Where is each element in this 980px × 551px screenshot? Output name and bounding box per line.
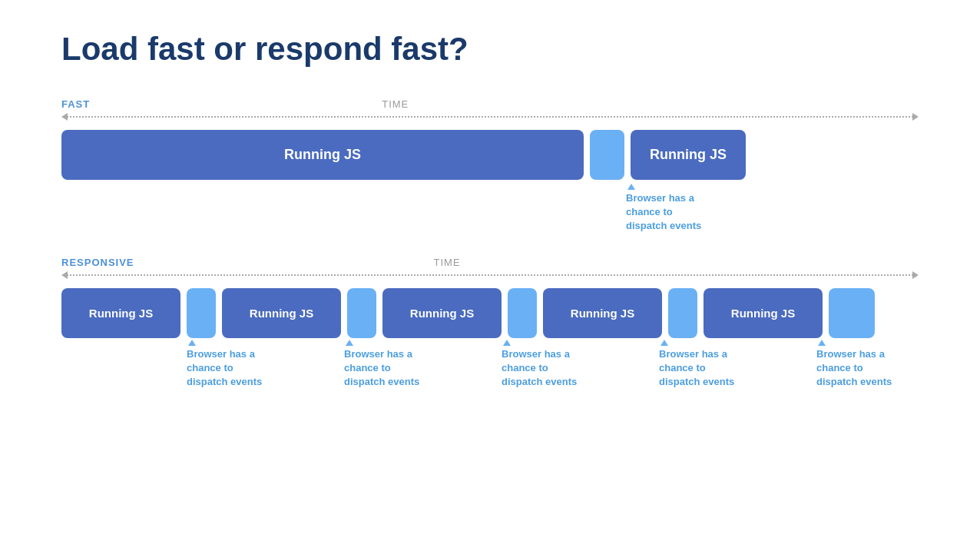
resp-arrow-up-1 (188, 340, 196, 346)
fast-running-js-medium: Running JS (631, 130, 746, 180)
fast-blocks-row: Running JS Running JS (61, 130, 919, 180)
resp-annotation-text-3: Browser has achance todispatch events (502, 347, 577, 390)
fast-running-js-large: Running JS (61, 130, 584, 180)
resp-arrow-up-4 (661, 340, 668, 346)
resp-running-js-4: Running JS (543, 288, 662, 338)
responsive-time-label: TIME (434, 257, 461, 268)
fast-time-label: TIME (382, 98, 409, 110)
resp-arrow-up-3 (503, 340, 511, 346)
responsive-arrow-head (912, 271, 919, 279)
responsive-section: RESPONSIVE TIME Running JS Running JS Ru… (61, 257, 919, 409)
responsive-blocks-row: Running JS Running JS Running JS Running… (61, 288, 919, 338)
resp-annotation-3: Browser has achance todispatch events (502, 340, 577, 390)
page-title: Load fast or respond fast? (61, 31, 919, 68)
resp-annotation-text-2: Browser has achance todispatch events (344, 347, 419, 390)
fast-label-row: FAST TIME (61, 98, 919, 110)
resp-annotation-text-4: Browser has achance todispatch events (659, 347, 734, 390)
fast-arrow-up (627, 184, 635, 190)
fast-label: FAST (61, 98, 90, 110)
fast-annotation-text: Browser has achance todispatch events (626, 191, 701, 234)
resp-annotation-text-5: Browser has achance todispatch events (816, 347, 892, 390)
resp-annotation-5: Browser has achance todispatch events (816, 340, 892, 390)
resp-arrow-up-5 (818, 340, 826, 346)
resp-annotation-2: Browser has achance todispatch events (344, 340, 419, 390)
responsive-label-row: RESPONSIVE TIME (61, 257, 919, 268)
resp-small-5 (829, 288, 875, 338)
resp-small-2 (347, 288, 376, 338)
fast-section: FAST TIME Running JS Running JS Browser … (61, 98, 919, 241)
fast-arrow-head (912, 113, 919, 121)
fast-annotation: Browser has achance todispatch events (626, 184, 701, 234)
fast-small-blue-block (590, 130, 624, 180)
responsive-arrow-line (67, 274, 913, 276)
resp-arrow-up-2 (346, 340, 353, 346)
responsive-timeline-arrow (61, 271, 919, 279)
resp-small-4 (668, 288, 697, 338)
responsive-label: RESPONSIVE (61, 257, 134, 268)
resp-running-js-1: Running JS (61, 288, 180, 338)
resp-running-js-3: Running JS (382, 288, 502, 338)
resp-running-js-5: Running JS (704, 288, 823, 338)
resp-small-3 (508, 288, 537, 338)
resp-small-1 (187, 288, 216, 338)
resp-running-js-2: Running JS (222, 288, 341, 338)
resp-annotation-area: Browser has achance todispatch events Br… (61, 340, 919, 409)
resp-annotation-1: Browser has achance todispatch events (187, 340, 262, 390)
fast-arrow-line (67, 116, 913, 118)
fast-timeline-arrow (61, 113, 919, 121)
fast-annotation-area: Browser has achance todispatch events (61, 180, 919, 241)
resp-annotation-4: Browser has achance todispatch events (659, 340, 734, 390)
resp-annotation-text-1: Browser has achance todispatch events (187, 347, 262, 390)
